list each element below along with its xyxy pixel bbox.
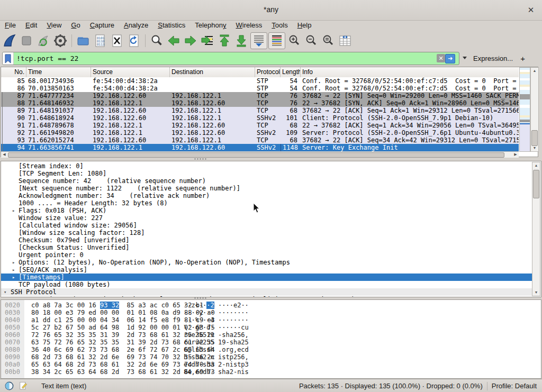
display-filter-input[interactable]: !tcp.port == 22 ✕ ➜ <box>2 52 459 65</box>
detail-line[interactable]: [Checksum Status: Unverified] <box>1 244 532 251</box>
scroll-left-icon[interactable]: ◀ <box>1 152 7 157</box>
detail-line[interactable]: ▸Flags: 0x018 (PSH, ACK) <box>1 207 532 214</box>
start-capture-button[interactable] <box>2 33 17 49</box>
packet-row-86[interactable]: 8670.013850163fe:54:00:d4:38:2aSTP54Conf… <box>1 85 519 92</box>
go-to-packet-button[interactable] <box>200 33 215 49</box>
scroll-down-icon[interactable]: ▼ <box>531 145 538 151</box>
packet-row-89[interactable]: 8971.648191037192.168.122.60192.168.122.… <box>1 107 519 114</box>
scroll-up-icon[interactable]: ▲ <box>532 162 540 169</box>
column-header-destination[interactable]: Destination <box>170 67 255 77</box>
splitter-handle[interactable] <box>194 297 207 299</box>
hex-ascii[interactable]: 6@libssh .org,ecd <box>184 346 249 353</box>
hex-row-0030[interactable]: 003080 18 00 e3 79 ed 00 00 01 01 08 0a … <box>1 309 541 316</box>
hex-row-0020[interactable]: 0020c0 a8 7a 3c 00 16 93 32 85 a3 ac c0 … <box>1 302 541 309</box>
stop-capture-button[interactable] <box>19 33 34 49</box>
hex-row-0060[interactable]: 006072 76 65 32 35 35 31 39 2d 73 68 61 … <box>1 331 541 339</box>
pane-splitter[interactable] <box>0 157 542 161</box>
column-header-protocol[interactable]: Protocol <box>255 67 281 77</box>
menu-help[interactable]: Help <box>293 20 317 31</box>
scroll-up-icon[interactable]: ▲ <box>531 68 538 74</box>
packet-row-92[interactable]: 9271.661949820192.168.122.1192.168.122.6… <box>1 129 519 136</box>
menu-analyze[interactable]: Analyze <box>119 20 153 31</box>
filter-apply-button[interactable]: ➜ <box>445 54 455 63</box>
menu-statistics[interactable]: Statistics <box>153 20 190 31</box>
hex-row-00a0[interactable]: 00a065 63 64 68 2d 73 68 61 32 2d 6e 69 … <box>1 361 541 368</box>
status-profile[interactable]: Profile: Default <box>492 382 537 390</box>
menu-telephony[interactable]: Telephony <box>190 20 231 31</box>
menu-file[interactable]: File <box>0 20 21 31</box>
details-vscrollbar[interactable]: ▲ ▼ <box>532 162 540 296</box>
go-forward-button[interactable] <box>183 33 198 49</box>
menu-view[interactable]: View <box>42 20 66 31</box>
hex-ascii[interactable]: \'·gP·d· ······cu <box>184 324 249 331</box>
detail-line[interactable]: [TCP Segment Len: 1080] <box>1 170 532 177</box>
packet-row-91[interactable]: 9171.648789678192.168.122.1192.168.122.6… <box>1 122 519 129</box>
hex-row-0090[interactable]: 009068 2d 73 68 61 32 2d 6e 69 73 74 70 … <box>1 353 541 361</box>
find-packet-button[interactable] <box>149 33 165 49</box>
menu-go[interactable]: Go <box>66 20 85 31</box>
hex-ascii[interactable]: ··z<···2 ····e2·· <box>184 302 249 309</box>
packet-list-vscrollbar[interactable]: ▲ ▼ <box>530 67 539 152</box>
expand-collapsed-icon[interactable]: ▸ <box>12 274 15 281</box>
scrollbar-thumb[interactable] <box>533 170 539 198</box>
expand-collapsed-icon[interactable]: ▸ <box>12 259 15 266</box>
column-header-time[interactable]: Time <box>26 67 91 77</box>
hex-row-0040[interactable]: 0040a1 dd c1 25 00 00 04 34 06 14 f5 e8 … <box>1 316 541 324</box>
packet-list-minimap[interactable] <box>519 67 530 152</box>
detail-line[interactable]: [Window size scaling factor: 128] <box>1 229 532 236</box>
packet-row-90[interactable]: 9071.648618924192.168.122.60192.168.122.… <box>1 114 519 122</box>
menu-capture[interactable]: Capture <box>85 20 119 31</box>
hex-ascii[interactable]: ····y··· ········ <box>184 309 249 316</box>
detail-line[interactable]: 1000 .... = Header Length: 32 bytes (8) <box>1 199 532 207</box>
detail-line[interactable]: ▾SSH Protocol <box>1 288 532 296</box>
reload-file-button[interactable] <box>126 33 142 49</box>
go-back-button[interactable] <box>166 33 182 49</box>
detail-line[interactable]: Acknowledgment number: 34 (relative ack … <box>1 192 532 199</box>
hex-ascii[interactable]: curve255 19-sha25 <box>184 339 249 346</box>
detail-line[interactable]: Sequence number: 42 (relative sequence n… <box>1 177 532 185</box>
detail-line[interactable]: ▸[Timestamps] <box>1 274 532 281</box>
hex-row-0070[interactable]: 007063 75 72 76 65 32 35 35 31 39 2d 73 … <box>1 339 541 346</box>
hex-row-0080[interactable]: 008036 40 6c 69 62 73 73 68 2e 6f 72 67 … <box>1 346 541 353</box>
filter-dropdown[interactable] <box>459 52 467 65</box>
capture-comment-icon[interactable] <box>19 381 28 391</box>
packet-row-87[interactable]: 8771.647777234192.168.122.60192.168.122.… <box>1 92 519 99</box>
expression-button[interactable]: Expression... <box>473 54 513 62</box>
expert-info-icon[interactable] <box>4 381 14 391</box>
window-titlebar[interactable]: *any ✕ <box>0 0 542 21</box>
colorize-button[interactable] <box>268 32 285 49</box>
detail-line[interactable]: [Stream index: 0] <box>1 162 532 170</box>
column-header-no[interactable]: No. <box>1 67 26 77</box>
hex-row-0050[interactable]: 00505c 27 b2 67 50 ad 64 98 1d 92 00 00 … <box>1 324 541 331</box>
packet-row-85[interactable]: 8568.001734936fe:54:00:d4:38:2aSTP54Conf… <box>1 77 519 85</box>
expand-collapsed-icon[interactable]: ▸ <box>12 266 15 274</box>
hex-ascii[interactable]: 84,ecdh- sha2-nis <box>184 368 249 376</box>
detail-line[interactable]: Checksum: 0x79ed [unverified] <box>1 236 532 244</box>
packet-row-94[interactable]: 9471.663856741192.168.122.1192.168.122.6… <box>1 144 519 151</box>
zoom-out-button[interactable] <box>303 33 319 49</box>
packet-row-88[interactable]: 8871.648146932192.168.122.1192.168.122.6… <box>1 99 519 107</box>
detail-line[interactable]: [Next sequence number: 1122 (relative se… <box>1 185 532 192</box>
expand-collapsed-icon[interactable]: ▸ <box>12 207 15 214</box>
splitter-handle[interactable] <box>194 158 207 160</box>
close-file-button[interactable] <box>109 33 125 49</box>
hex-ascii[interactable]: ecdh-sha 2-nistp3 <box>184 361 249 368</box>
column-header-source[interactable]: Source <box>91 67 170 77</box>
filter-clear-button[interactable]: ✕ <box>437 54 445 62</box>
save-file-button[interactable]: 010101100113 <box>92 33 108 49</box>
go-last-button[interactable] <box>233 33 249 49</box>
go-first-button[interactable] <box>216 33 232 49</box>
scroll-right-icon[interactable]: ▶ <box>512 152 519 157</box>
detail-line[interactable]: Urgent pointer: 0 <box>1 251 532 259</box>
add-filter-button[interactable]: + <box>520 54 525 63</box>
hex-ascii[interactable]: rve25519 -sha256, <box>184 331 249 339</box>
capture-options-button[interactable] <box>52 33 68 49</box>
packet-list-header[interactable]: No. Time Source Destination Protocol Len… <box>1 67 519 78</box>
hex-ascii[interactable]: ···%···4 ········ <box>184 316 249 324</box>
zoom-in-button[interactable] <box>286 33 302 49</box>
hex-ascii[interactable]: h-sha2-n istp256, <box>184 353 249 361</box>
open-file-button[interactable] <box>75 33 91 49</box>
scrollbar-thumb[interactable] <box>531 130 538 146</box>
detail-line[interactable]: Window size value: 227 <box>1 214 532 222</box>
scroll-down-icon[interactable]: ▼ <box>532 289 540 296</box>
